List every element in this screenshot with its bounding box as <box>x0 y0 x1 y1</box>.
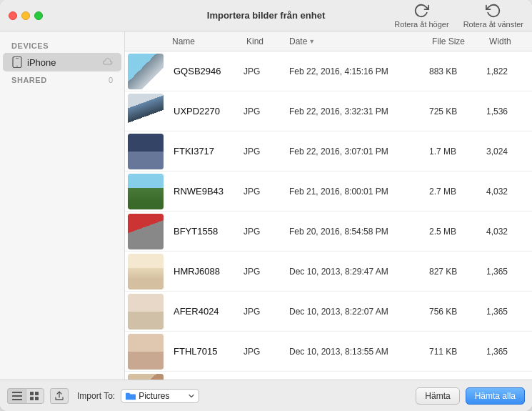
col-width[interactable]: Width <box>486 36 529 46</box>
file-date: Feb 22, 2016, 3:32:31 PM <box>286 107 429 117</box>
shared-section: SHARED 0 <box>0 71 124 87</box>
svg-rect-8 <box>30 397 34 400</box>
file-size: 725 KB <box>429 107 486 117</box>
file-date: Feb 21, 2016, 8:00:01 PM <box>286 187 429 197</box>
rotate-right-button[interactable]: Rotera åt höger <box>394 3 448 29</box>
devices-header: DEVICES <box>0 37 124 53</box>
file-kind: JPG <box>244 307 286 317</box>
svg-rect-7 <box>35 392 39 395</box>
col-file-size[interactable]: File Size <box>429 36 486 46</box>
file-size: 883 KB <box>429 66 486 76</box>
file-list: GQSB2946 JPG Feb 22, 2016, 4:15:16 PM 88… <box>125 51 532 380</box>
file-width: 1,365 <box>486 267 529 277</box>
table-row[interactable]: XTRA0099 JPG Dec 10, 2013, 8:05:01 AM 69… <box>125 372 532 380</box>
col-date[interactable]: Date ▼ <box>286 36 429 46</box>
svg-point-2 <box>16 66 18 67</box>
close-button[interactable] <box>9 11 17 20</box>
file-size: 2.5 MB <box>429 227 486 237</box>
file-kind: JPG <box>244 267 286 277</box>
file-thumbnail <box>128 214 164 249</box>
file-name: HMRJ6088 <box>169 266 244 277</box>
svg-rect-4 <box>12 395 22 397</box>
col-kind[interactable]: Kind <box>244 36 286 46</box>
file-kind: JPG <box>244 347 286 357</box>
file-thumbnail <box>128 294 164 330</box>
file-name: FTHL7015 <box>169 346 244 357</box>
file-width: 1,536 <box>486 107 529 117</box>
table-row[interactable]: UXPD2270 JPG Feb 22, 2016, 3:32:31 PM 72… <box>125 91 532 132</box>
file-thumbnail <box>128 94 164 129</box>
file-date: Feb 20, 2016, 8:54:58 PM <box>286 227 429 237</box>
main-content: DEVICES iPhone SHARED 0 <box>0 31 532 380</box>
toolbar-actions: Rotera åt höger Rotera åt vänster <box>394 3 523 29</box>
svg-rect-9 <box>35 397 39 400</box>
file-width: 4,032 <box>486 187 529 197</box>
file-size: 827 KB <box>429 267 486 277</box>
file-date: Dec 10, 2013, 8:29:47 AM <box>286 267 429 277</box>
file-size: 756 KB <box>429 307 486 317</box>
table-row[interactable]: FTKI3717 JPG Feb 22, 2016, 3:07:01 PM 1.… <box>125 132 532 172</box>
table-row[interactable]: BFYT1558 JPG Feb 20, 2016, 8:54:58 PM 2.… <box>125 212 532 252</box>
file-kind: JPG <box>244 107 286 117</box>
hamta-alla-button[interactable]: Hämta alla <box>466 387 525 405</box>
svg-rect-6 <box>30 392 34 395</box>
shared-header: SHARED <box>11 76 47 84</box>
file-name: AFER4024 <box>169 306 244 317</box>
file-kind: JPG <box>244 66 286 76</box>
file-width: 1,822 <box>486 66 529 76</box>
list-view-button[interactable] <box>7 388 26 404</box>
share-button[interactable] <box>50 388 69 404</box>
file-name: FTKI3717 <box>169 146 244 157</box>
window: Importera bilder från enhet Rotera åt hö… <box>0 0 532 411</box>
table-row[interactable]: FTHL7015 JPG Dec 10, 2013, 8:13:55 AM 71… <box>125 332 532 372</box>
file-date: Feb 22, 2016, 4:15:16 PM <box>286 66 429 76</box>
table-row[interactable]: HMRJ6088 JPG Dec 10, 2013, 8:29:47 AM 82… <box>125 252 532 292</box>
file-thumbnail <box>128 374 164 380</box>
file-thumbnail <box>128 254 164 289</box>
file-kind: JPG <box>244 227 286 237</box>
maximize-button[interactable] <box>34 11 43 20</box>
file-date: Feb 22, 2016, 3:07:01 PM <box>286 147 429 157</box>
hamta-button[interactable]: Hämta <box>416 387 459 405</box>
file-kind: JPG <box>244 147 286 157</box>
iphone-icon <box>11 56 23 68</box>
file-date: Dec 10, 2013, 8:22:07 AM <box>286 307 429 317</box>
shared-count: 0 <box>109 76 113 84</box>
view-toggle <box>7 388 44 404</box>
file-name: UXPD2270 <box>169 106 244 117</box>
file-kind: JPG <box>244 187 286 197</box>
window-title: Importera bilder från enhet <box>207 10 325 21</box>
file-date: Dec 10, 2013, 8:13:55 AM <box>286 347 429 357</box>
file-width: 1,365 <box>486 307 529 317</box>
table-row[interactable]: AFER4024 JPG Dec 10, 2013, 8:22:07 AM 75… <box>125 292 532 332</box>
file-thumbnail <box>128 134 164 169</box>
import-to-label: Import To: <box>77 391 115 401</box>
traffic-lights <box>9 11 43 20</box>
table-row[interactable]: RNWE9B43 JPG Feb 21, 2016, 8:00:01 PM 2.… <box>125 172 532 212</box>
cloud-icon <box>103 58 113 66</box>
sidebar-item-iphone[interactable]: iPhone <box>3 53 121 71</box>
file-size: 1.7 MB <box>429 147 486 157</box>
import-dest-name: Pictures <box>139 391 186 401</box>
file-size: 711 KB <box>429 347 486 357</box>
col-name[interactable]: Name <box>169 36 244 46</box>
file-width: 4,032 <box>486 227 529 237</box>
svg-rect-1 <box>16 58 19 59</box>
file-name: GQSB2946 <box>169 66 244 76</box>
dropdown-arrow-icon <box>189 393 194 399</box>
table-row[interactable]: GQSB2946 JPG Feb 22, 2016, 4:15:16 PM 88… <box>125 51 532 91</box>
titlebar: Importera bilder från enhet Rotera åt hö… <box>0 0 532 31</box>
file-area: Name Kind Date ▼ File Size Width GQSB294… <box>125 31 532 380</box>
rotate-left-button[interactable]: Rotera åt vänster <box>463 3 523 29</box>
column-headers: Name Kind Date ▼ File Size Width <box>125 31 532 51</box>
file-thumbnail <box>128 54 164 89</box>
file-thumbnail <box>128 334 164 370</box>
file-width: 3,024 <box>486 147 529 157</box>
file-name: RNWE9B43 <box>169 186 244 197</box>
minimize-button[interactable] <box>21 11 30 20</box>
import-destination-selector[interactable]: Pictures <box>121 389 199 403</box>
file-width: 1,365 <box>486 347 529 357</box>
grid-view-button[interactable] <box>26 388 44 404</box>
iphone-label: iPhone <box>27 57 99 68</box>
file-name: BFYT1558 <box>169 226 244 237</box>
